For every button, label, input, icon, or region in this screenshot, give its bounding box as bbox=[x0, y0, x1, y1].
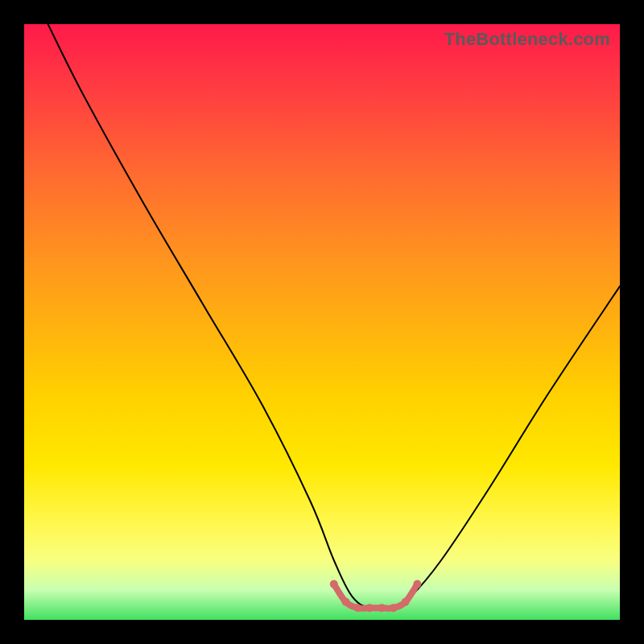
primary-curve bbox=[48, 24, 620, 609]
highlight-dot bbox=[365, 604, 374, 612]
highlight-dot bbox=[330, 580, 338, 588]
highlight-dot bbox=[342, 598, 350, 606]
chart-plot-area: TheBottleneck.com bbox=[24, 24, 620, 620]
highlight-dot bbox=[378, 604, 386, 612]
highlight-dot bbox=[413, 580, 421, 588]
highlight-dot bbox=[353, 604, 361, 612]
highlight-dot bbox=[402, 598, 410, 606]
chart-frame: TheBottleneck.com bbox=[0, 0, 644, 644]
chart-svg bbox=[24, 24, 620, 620]
highlight-dot bbox=[390, 604, 398, 612]
watermark-text: TheBottleneck.com bbox=[444, 29, 610, 50]
